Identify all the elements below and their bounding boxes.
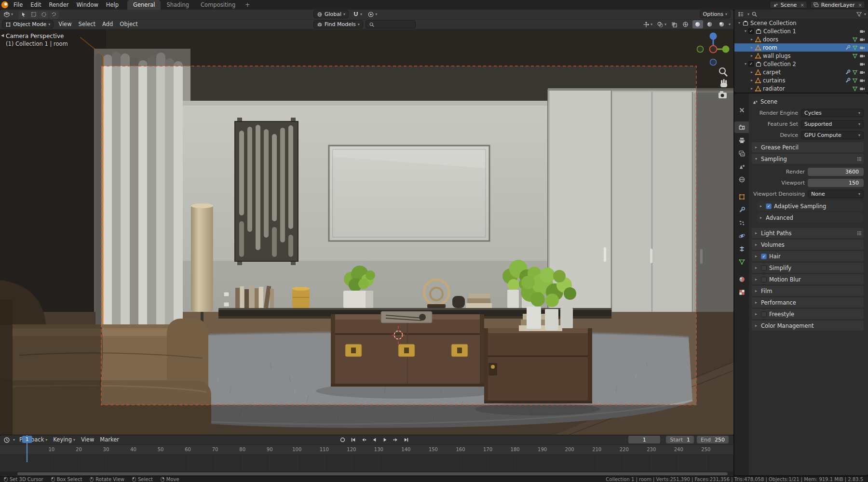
- start-frame-field[interactable]: Start1: [666, 436, 694, 443]
- mode-dropdown[interactable]: Object Mode ▾: [2, 20, 54, 28]
- checkbox-hair[interactable]: ✓: [761, 254, 767, 259]
- add-workspace-button[interactable]: +: [241, 1, 254, 8]
- timeline-editor-icon[interactable]: [2, 436, 12, 444]
- unlink-scene-button[interactable]: ×: [799, 2, 804, 8]
- disclosure-icon[interactable]: ▾: [743, 29, 748, 33]
- viewport-menu-object[interactable]: Object: [116, 20, 141, 29]
- jump-to-end-button[interactable]: [401, 436, 411, 444]
- transform-orientation-dropdown[interactable]: Global ▾: [313, 10, 349, 18]
- prev-keyframe-button[interactable]: [359, 436, 369, 444]
- properties-tab-scene[interactable]: [734, 161, 749, 172]
- model-search-input[interactable]: [366, 20, 416, 28]
- outliner-row-collection-2[interactable]: ▾✓Collection 2: [734, 60, 868, 68]
- section-film[interactable]: ▸Film: [752, 286, 864, 296]
- field-viewport-denoising[interactable]: None▾: [808, 190, 864, 198]
- field-render[interactable]: 3600: [808, 168, 864, 176]
- section-volumes[interactable]: ▸Volumes: [752, 240, 864, 250]
- section-hair[interactable]: ▸✓Hair: [752, 251, 864, 261]
- options-dropdown[interactable]: Options ▾: [700, 10, 731, 18]
- viewport-menu-view[interactable]: View: [55, 20, 75, 29]
- disclosure-icon[interactable]: ▾: [743, 62, 748, 66]
- xray-toggle-icon[interactable]: [669, 20, 679, 28]
- shading-material-icon[interactable]: [705, 20, 715, 28]
- outliner-row-radiator[interactable]: ▸radiator: [734, 84, 868, 93]
- timeline-ruler[interactable]: 1020304050607080901001101201301401501601…: [0, 444, 733, 454]
- disclosure-icon[interactable]: ▸: [749, 54, 755, 58]
- properties-tab-texture[interactable]: [734, 286, 749, 298]
- properties-tab-material[interactable]: [734, 273, 749, 285]
- disclosure-icon[interactable]: ▸: [749, 86, 755, 91]
- menu-window[interactable]: Window: [72, 0, 102, 10]
- timeline-menu-playback[interactable]: Playback▾: [16, 435, 50, 444]
- select-mode-tweak-icon[interactable]: [19, 11, 28, 19]
- section-sampling[interactable]: ▾Sampling: [752, 154, 864, 164]
- section-freestyle[interactable]: ▸Freestyle: [752, 309, 864, 319]
- camera-icon[interactable]: [859, 45, 865, 51]
- current-frame-field[interactable]: 1: [628, 436, 660, 443]
- select-mode-lasso-icon[interactable]: [49, 11, 59, 19]
- disclosure-icon[interactable]: ▾: [736, 21, 742, 25]
- pan-hand-icon[interactable]: [720, 79, 727, 87]
- menu-file[interactable]: File: [10, 0, 27, 10]
- collection-checkbox[interactable]: ✓: [748, 28, 754, 34]
- blender-logo-icon[interactable]: [0, 0, 10, 10]
- filter-funnel-icon[interactable]: [856, 11, 862, 17]
- properties-tab-world[interactable]: [734, 174, 749, 185]
- workspace-tab-general[interactable]: General: [127, 0, 161, 10]
- field-feature-set[interactable]: Supported▾: [801, 120, 864, 128]
- camera-icon[interactable]: [859, 69, 865, 75]
- outliner-row-collection-1[interactable]: ▾✓Collection 1: [734, 27, 868, 35]
- menu-render[interactable]: Render: [45, 0, 73, 10]
- properties-tab-object[interactable]: [734, 191, 749, 202]
- outliner-row-curtains[interactable]: ▸curtains: [734, 76, 868, 84]
- camera-icon[interactable]: [859, 78, 865, 83]
- panel-menu-icon[interactable]: [857, 157, 862, 161]
- properties-tab-render[interactable]: [734, 121, 749, 133]
- workspace-tab-shading[interactable]: Shading: [161, 0, 195, 10]
- section-motion-blur[interactable]: ▸Motion Blur: [752, 274, 864, 284]
- timeline-menu-view[interactable]: View: [78, 435, 97, 444]
- shading-rendered-icon[interactable]: [717, 20, 727, 28]
- outliner-row-doors[interactable]: ▸doors: [734, 35, 868, 43]
- timeline-menu-marker[interactable]: Marker: [97, 435, 122, 444]
- section-grease-pencil[interactable]: ▸Grease Pencil: [752, 142, 864, 152]
- camera-icon[interactable]: [859, 28, 865, 34]
- remove-view-layer-button[interactable]: ×: [857, 2, 862, 8]
- camera-icon[interactable]: [859, 61, 865, 67]
- play-reverse-button[interactable]: [369, 436, 380, 444]
- timeline-scrollbar[interactable]: [0, 471, 733, 476]
- subsection-advanced[interactable]: ▸Advanced: [757, 213, 864, 223]
- timeline-tracks[interactable]: [0, 454, 733, 471]
- properties-tab-viewlayer[interactable]: [734, 147, 749, 159]
- editor-type-button[interactable]: ▾: [2, 11, 14, 19]
- view-layer-selector[interactable]: RenderLayer ×: [810, 1, 865, 9]
- section-simplify[interactable]: ▸Simplify: [752, 263, 864, 273]
- select-mode-circle-icon[interactable]: [39, 11, 49, 19]
- collection-checkbox[interactable]: ✓: [748, 61, 754, 67]
- properties-tab-data[interactable]: [734, 256, 749, 268]
- outliner-row-scene-collection[interactable]: ▾Scene Collection: [734, 19, 868, 27]
- jump-to-start-button[interactable]: [348, 436, 358, 444]
- show-overlays-icon[interactable]: ▾: [655, 20, 668, 28]
- field-viewport[interactable]: 150: [808, 179, 864, 187]
- play-button[interactable]: [380, 436, 390, 444]
- show-gizmo-icon[interactable]: ▾: [641, 20, 654, 28]
- timeline-menu-keying[interactable]: Keying▾: [50, 435, 78, 444]
- disclosure-icon[interactable]: ▸: [749, 45, 755, 50]
- disclosure-icon[interactable]: ▸: [749, 78, 755, 82]
- timeline-scrollbar-handle[interactable]: [17, 472, 728, 475]
- playhead[interactable]: 1: [27, 435, 27, 462]
- menu-help[interactable]: Help: [102, 0, 122, 10]
- toolbar-collapse-icon[interactable]: ◀: [1, 33, 4, 38]
- section-color-management[interactable]: ▸Color Management: [752, 321, 864, 331]
- outliner-row-room[interactable]: ▸room: [734, 43, 868, 52]
- shading-solid-icon[interactable]: [692, 20, 703, 28]
- workspace-tab-compositing[interactable]: Compositing: [195, 0, 241, 10]
- subsection-adaptive-sampling[interactable]: ▸✓Adaptive Sampling: [757, 201, 864, 211]
- proportional-edit-icon[interactable]: ▾: [366, 10, 379, 18]
- checkbox-freestyle[interactable]: [761, 311, 767, 317]
- camera-icon[interactable]: [859, 53, 865, 59]
- viewport-menu-select[interactable]: Select: [75, 20, 99, 29]
- section-performance[interactable]: ▸Performance: [752, 297, 864, 308]
- checkbox-motion-blur[interactable]: [761, 277, 767, 282]
